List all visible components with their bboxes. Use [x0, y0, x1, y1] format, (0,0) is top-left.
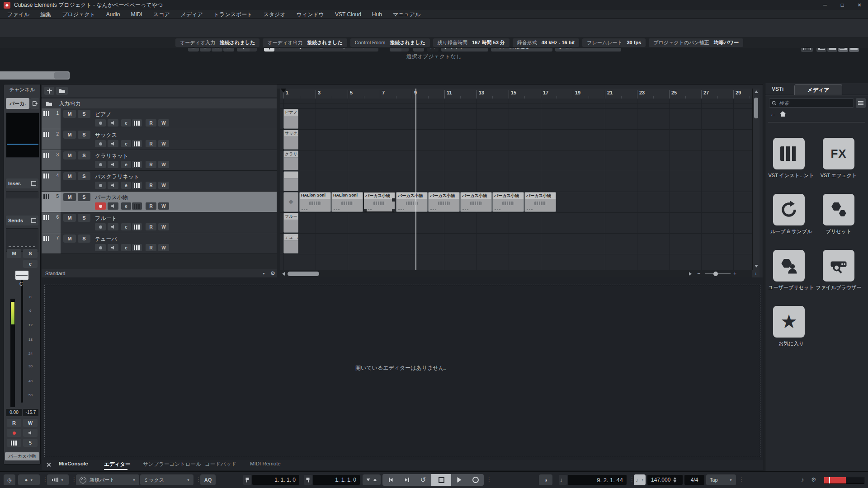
scroll-left-icon[interactable]	[282, 272, 285, 276]
channel-track-name[interactable]: パーカス小物	[5, 452, 39, 460]
record-enable-button[interactable]	[95, 244, 106, 251]
event-display[interactable]: ピアノ サックス クラリネ ◆ フルート テューバ HALion Soni HA…	[280, 99, 752, 270]
channel-read-button[interactable]: R	[7, 419, 21, 427]
track-row-clarinet[interactable]: 3 M S クラリネット e R W	[42, 150, 277, 171]
tab-vsti[interactable]: VSTi	[772, 86, 783, 92]
sends-slot[interactable]	[6, 228, 38, 252]
record-mode-dropdown[interactable]: ●▼	[18, 474, 40, 485]
gear-icon[interactable]: ⚙	[811, 476, 816, 483]
channel-solo-button[interactable]: S	[23, 249, 38, 258]
tile-vst-instruments[interactable]	[773, 138, 805, 169]
add-track-button[interactable]	[44, 87, 54, 95]
write-button[interactable]: W	[158, 161, 169, 168]
channel-eq-display[interactable]	[6, 113, 39, 158]
tab-midi-remote[interactable]: MIDI Remote	[250, 461, 281, 466]
record-button[interactable]	[467, 474, 484, 486]
event-piano[interactable]: ピアノ	[283, 109, 298, 129]
time-signature-display[interactable]: 4/4	[684, 475, 704, 485]
record-enable-button[interactable]	[95, 140, 106, 147]
write-button[interactable]: W	[158, 140, 169, 147]
menu-media[interactable]: メディア	[175, 10, 208, 19]
mute-button[interactable]: M	[63, 235, 76, 243]
edit-button[interactable]: e	[121, 182, 131, 189]
menu-midi[interactable]: MIDI	[126, 10, 148, 19]
volume-fader[interactable]	[15, 271, 28, 280]
read-button[interactable]: R	[146, 140, 156, 147]
zoom-slider-handle[interactable]	[713, 272, 718, 276]
edit-button[interactable]: e	[121, 223, 131, 230]
midi-mix-mode-dropdown[interactable]: ミックス▼	[140, 474, 193, 485]
audio-record-mode-dropdown[interactable]: ▼	[47, 474, 69, 485]
mute-button[interactable]: M	[63, 172, 76, 180]
horizontal-scrollbar[interactable]: − +	[280, 270, 752, 277]
instrument-button[interactable]	[132, 161, 142, 168]
menu-score[interactable]: スコア	[148, 10, 175, 19]
tab-sampler-control[interactable]: サンプラーコントロール	[143, 461, 201, 468]
scroll-up-icon[interactable]	[755, 90, 758, 93]
menu-manual[interactable]: マニュアル	[387, 10, 426, 19]
menu-vst-cloud[interactable]: VST Cloud	[330, 10, 367, 19]
mute-button[interactable]: M	[63, 214, 76, 222]
event-clarinet[interactable]: クラリネ	[283, 150, 298, 170]
edit-button[interactable]: e	[121, 202, 131, 210]
event-percussion-start[interactable]: ◆	[283, 192, 298, 212]
write-button[interactable]: W	[158, 244, 169, 251]
status-pan-law[interactable]: プロジェクトのパン補正均等パワー	[649, 38, 743, 47]
io-folder-track[interactable]: 入力/出力	[42, 99, 277, 109]
open-channel-settings-button[interactable]	[30, 98, 39, 109]
edit-button[interactable]: e	[121, 140, 131, 147]
status-audio-output[interactable]: オーディオ出力接続されました	[263, 38, 347, 47]
monitor-button[interactable]	[108, 223, 118, 230]
solo-button[interactable]: S	[78, 193, 90, 201]
write-button[interactable]: W	[158, 119, 169, 127]
channel-write-button[interactable]: W	[23, 419, 38, 427]
event-bass-clarinet[interactable]	[283, 171, 298, 191]
overview-strip[interactable]	[0, 71, 70, 80]
write-button[interactable]: W	[158, 182, 169, 189]
midi-part[interactable]: パーカス小物	[428, 192, 460, 212]
status-audio-input[interactable]: オーディオ入力接続されました	[175, 38, 259, 47]
splitter[interactable]	[277, 89, 280, 277]
vertical-scrollbar[interactable]	[752, 89, 760, 270]
record-enable-button[interactable]	[95, 182, 106, 189]
read-button[interactable]: R	[146, 119, 156, 127]
tile-presets[interactable]	[823, 194, 854, 225]
monitor-button[interactable]	[108, 140, 118, 147]
track-name[interactable]: サックス	[95, 131, 117, 139]
inserts-button[interactable]: Inser.	[6, 178, 38, 188]
tile-favorites[interactable]: ★	[773, 306, 805, 338]
midi-record-mode-dropdown[interactable]: 新規パート ▼	[76, 474, 139, 485]
track-preset-button[interactable]	[56, 87, 68, 95]
read-button[interactable]: R	[146, 182, 156, 189]
monitor-button[interactable]	[108, 202, 118, 210]
record-enable-button[interactable]	[95, 223, 106, 230]
tempo-display[interactable]: 147.000	[647, 475, 683, 485]
close-lower-zone-icon[interactable]	[46, 462, 51, 467]
tap-tempo-button[interactable]: Tap▼	[706, 474, 736, 485]
solo-button[interactable]: S	[78, 235, 90, 243]
monitor-button[interactable]	[108, 244, 118, 251]
tab-chord-pads[interactable]: コードパッド	[205, 461, 236, 468]
media-search-input[interactable]: 検索	[769, 99, 854, 108]
zoom-slider-track[interactable]	[705, 273, 731, 274]
edit-button[interactable]: e	[121, 244, 131, 251]
horizontal-scroll-thumb[interactable]	[288, 272, 319, 276]
play-button[interactable]	[451, 474, 467, 486]
close-button[interactable]: ✕	[851, 0, 868, 10]
go-to-previous-marker-button[interactable]	[382, 474, 399, 486]
write-button[interactable]: W	[158, 223, 169, 230]
tile-loops-samples[interactable]	[773, 194, 805, 225]
monitor-button[interactable]	[108, 161, 118, 168]
playhead-cursor[interactable]	[415, 89, 416, 270]
read-button[interactable]: R	[146, 161, 156, 168]
zoom-out-button[interactable]: −	[697, 270, 700, 277]
back-button[interactable]: ←	[770, 110, 776, 117]
instrument-button[interactable]	[132, 140, 142, 147]
scroll-right-icon[interactable]	[689, 272, 692, 276]
time-format-button[interactable]: ♩	[559, 475, 567, 485]
channel-mute-button[interactable]: M	[7, 249, 21, 258]
scroll-down-icon[interactable]	[755, 265, 758, 267]
menu-project[interactable]: プロジェクト	[57, 10, 101, 19]
peak-value[interactable]: -15.7	[23, 409, 38, 416]
arranger-button[interactable]: ◑	[539, 474, 552, 485]
